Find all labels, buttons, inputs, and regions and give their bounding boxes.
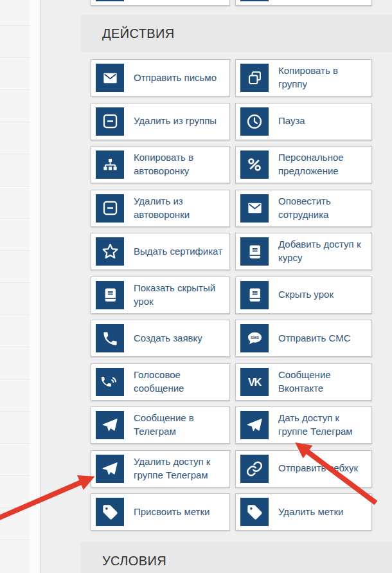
section-title-actions: ДЕЙСТВИЯ <box>102 26 175 41</box>
action-button-7[interactable]: Удалить из автоворонки <box>91 190 230 227</box>
minus-square-icon <box>96 194 124 223</box>
partial-action-button-2[interactable] <box>235 0 372 6</box>
background-left-gutter <box>30 0 40 573</box>
link-icon <box>240 455 269 483</box>
telegram-icon <box>96 455 124 483</box>
action-button-8[interactable]: Оповестить сотрудника <box>235 190 372 227</box>
book-icon <box>240 237 269 266</box>
action-button-4[interactable]: Пауза <box>235 103 372 140</box>
sms-bubble-icon: SMS <box>240 324 269 352</box>
phone-icon <box>96 324 124 352</box>
tag-icon <box>240 498 269 526</box>
svg-text:VK: VK <box>248 376 262 387</box>
star-icon <box>96 237 124 266</box>
partial-action-button-1[interactable] <box>91 0 230 6</box>
action-button-17[interactable]: Сообщение в Телеграм <box>91 406 230 444</box>
envelope-icon <box>240 194 269 223</box>
clock-icon <box>240 107 269 136</box>
action-button-21[interactable]: Присвоить метки <box>91 493 230 531</box>
workflow-panel: ДЕЙСТВИЯ Отправить письмо Копировать в г… <box>40 0 392 573</box>
section-header-actions: ДЕЙСТВИЯ <box>80 15 392 52</box>
voice-call-icon <box>96 368 124 396</box>
action-button-3[interactable]: Удалить из группы <box>91 103 230 140</box>
tag-icon <box>96 498 124 526</box>
action-button-20[interactable]: Отправить вебхук <box>235 450 372 487</box>
action-button-18[interactable]: Дать доступ к группе Телеграм <box>235 406 372 444</box>
action-button-12[interactable]: Скрыть урок <box>235 277 372 314</box>
action-button-2[interactable]: Копировать в группу <box>235 59 372 96</box>
action-button-22[interactable]: Удалить метки <box>235 493 372 531</box>
page: ДЕЙСТВИЯ Отправить письмо Копировать в г… <box>0 0 392 573</box>
action-button-14[interactable]: SMS Отправить СМС <box>235 320 372 357</box>
section-header-conditions: УСЛОВИЯ <box>80 542 392 573</box>
book-icon <box>96 281 124 309</box>
copy-icon <box>240 64 269 92</box>
section-title-conditions: УСЛОВИЯ <box>102 554 166 568</box>
action-button-5[interactable]: Копировать в автоворонку <box>91 146 230 183</box>
action-button-13[interactable]: Создать заявку <box>91 320 230 357</box>
action-button-19[interactable]: Удалить доступ к группе Телеграм <box>91 450 230 487</box>
telegram-icon <box>96 411 124 439</box>
action-button-10[interactable]: Добавить доступ к курсу <box>235 233 372 270</box>
cropped-icon <box>96 0 124 1</box>
cropped-icon <box>240 0 269 1</box>
background-left-column <box>0 0 30 573</box>
action-button-9[interactable]: Выдать сертификат <box>91 233 230 270</box>
minus-square-icon <box>96 107 124 136</box>
envelope-icon <box>96 64 124 92</box>
action-button-6[interactable]: Персональное предложение <box>235 146 372 183</box>
sitemap-icon <box>96 150 124 179</box>
action-button-16[interactable]: VK Сообщение Вконтакте <box>235 363 372 401</box>
book-icon <box>240 281 269 309</box>
action-button-11[interactable]: Показать скрытый урок <box>91 277 230 314</box>
percent-icon <box>240 150 269 179</box>
svg-text:SMS: SMS <box>250 335 258 339</box>
action-button-15[interactable]: Голосовое сообщение <box>91 363 230 401</box>
action-button-1[interactable]: Отправить письмо <box>91 59 230 96</box>
telegram-icon <box>240 411 269 439</box>
vk-icon: VK <box>240 368 269 396</box>
actions-grid: Отправить письмо Копировать в группу Уда… <box>91 59 372 531</box>
